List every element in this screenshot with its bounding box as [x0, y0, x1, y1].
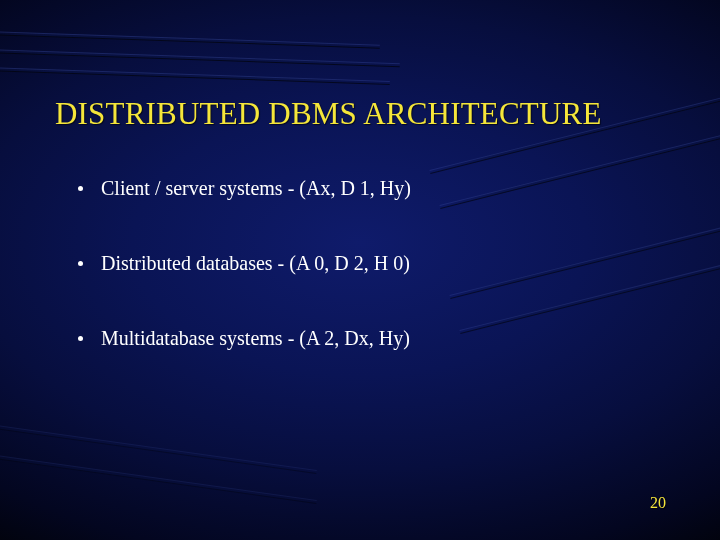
page-number: 20 — [650, 494, 666, 512]
decorative-streak — [0, 450, 317, 504]
bullet-text: Distributed databases - (A 0, D 2, H 0) — [101, 251, 658, 276]
bullet-icon — [78, 261, 83, 266]
slide: DISTRIBUTED DBMS ARCHITECTURE Client / s… — [0, 0, 720, 540]
bullet-item: Distributed databases - (A 0, D 2, H 0) — [78, 251, 658, 276]
slide-body: Client / server systems - (Ax, D 1, Hy) … — [78, 176, 658, 401]
decorative-streak — [0, 420, 317, 474]
bullet-item: Client / server systems - (Ax, D 1, Hy) — [78, 176, 658, 201]
decorative-streak — [0, 30, 380, 49]
decorative-streak — [0, 66, 390, 85]
bullet-icon — [78, 336, 83, 341]
bullet-text: Multidatabase systems - (A 2, Dx, Hy) — [101, 326, 658, 351]
bullet-text: Client / server systems - (Ax, D 1, Hy) — [101, 176, 658, 201]
decorative-streak — [0, 48, 400, 67]
bullet-item: Multidatabase systems - (A 2, Dx, Hy) — [78, 326, 658, 351]
bullet-icon — [78, 186, 83, 191]
slide-title: DISTRIBUTED DBMS ARCHITECTURE — [55, 96, 685, 132]
